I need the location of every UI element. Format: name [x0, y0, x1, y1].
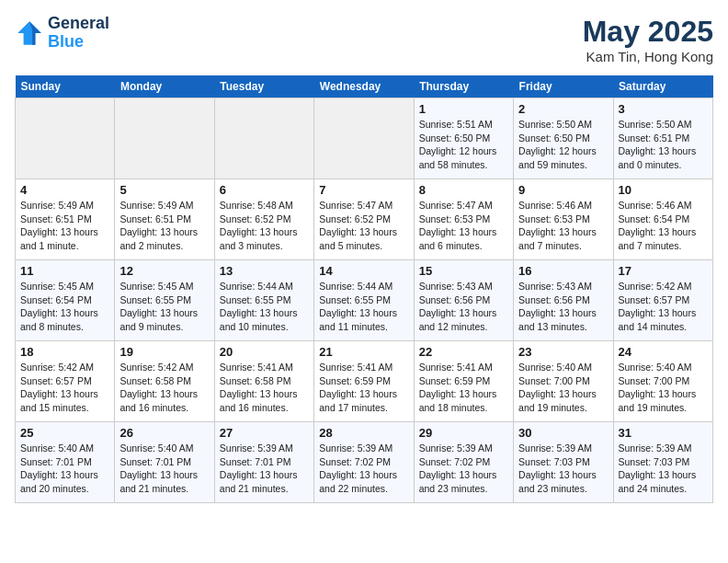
day-number: 2 [518, 102, 608, 116]
day-number: 19 [119, 345, 209, 359]
day-info: Sunrise: 5:44 AM Sunset: 6:55 PM Dayligh… [319, 280, 408, 334]
day-number: 10 [619, 183, 708, 197]
day-number: 14 [319, 264, 408, 278]
calendar-cell: 5Sunrise: 5:49 AM Sunset: 6:51 PM Daylig… [115, 179, 214, 260]
logo: General Blue [15, 15, 109, 52]
day-number: 1 [419, 102, 508, 116]
day-number: 15 [419, 264, 508, 278]
day-number: 9 [518, 183, 608, 197]
logo-text: General Blue [48, 15, 109, 52]
day-info: Sunrise: 5:45 AM Sunset: 6:54 PM Dayligh… [20, 280, 109, 334]
calendar-cell: 1Sunrise: 5:51 AM Sunset: 6:50 PM Daylig… [414, 98, 513, 179]
calendar-cell: 30Sunrise: 5:39 AM Sunset: 7:03 PM Dayli… [514, 422, 613, 503]
calendar-cell: 12Sunrise: 5:45 AM Sunset: 6:55 PM Dayli… [115, 260, 214, 341]
day-info: Sunrise: 5:39 AM Sunset: 7:03 PM Dayligh… [518, 442, 608, 496]
day-info: Sunrise: 5:39 AM Sunset: 7:02 PM Dayligh… [319, 442, 408, 496]
day-number: 11 [20, 264, 109, 278]
day-info: Sunrise: 5:41 AM Sunset: 6:59 PM Dayligh… [319, 361, 408, 415]
day-number: 12 [119, 264, 209, 278]
weekday-header-wednesday: Wednesday [314, 75, 414, 98]
calendar-cell: 4Sunrise: 5:49 AM Sunset: 6:51 PM Daylig… [16, 179, 115, 260]
calendar-cell: 24Sunrise: 5:40 AM Sunset: 7:00 PM Dayli… [613, 341, 712, 422]
day-number: 6 [220, 183, 309, 197]
calendar-cell: 21Sunrise: 5:41 AM Sunset: 6:59 PM Dayli… [314, 341, 414, 422]
calendar-cell [115, 98, 214, 179]
logo-line1: General [48, 15, 109, 33]
calendar-cell: 9Sunrise: 5:46 AM Sunset: 6:53 PM Daylig… [514, 179, 613, 260]
calendar-cell: 26Sunrise: 5:40 AM Sunset: 7:01 PM Dayli… [115, 422, 214, 503]
calendar-cell: 16Sunrise: 5:43 AM Sunset: 6:56 PM Dayli… [514, 260, 613, 341]
calendar-cell: 3Sunrise: 5:50 AM Sunset: 6:51 PM Daylig… [613, 98, 712, 179]
calendar-header: SundayMondayTuesdayWednesdayThursdayFrid… [16, 75, 713, 98]
day-info: Sunrise: 5:39 AM Sunset: 7:02 PM Dayligh… [419, 442, 508, 496]
weekday-row: SundayMondayTuesdayWednesdayThursdayFrid… [16, 75, 713, 98]
weekday-header-saturday: Saturday [613, 75, 712, 98]
logo-line2: Blue [48, 33, 109, 52]
day-info: Sunrise: 5:39 AM Sunset: 7:03 PM Dayligh… [619, 442, 708, 496]
day-info: Sunrise: 5:46 AM Sunset: 6:53 PM Dayligh… [518, 199, 608, 253]
month-title: May 2025 [583, 15, 713, 49]
day-info: Sunrise: 5:50 AM Sunset: 6:50 PM Dayligh… [518, 118, 608, 172]
calendar-week-5: 25Sunrise: 5:40 AM Sunset: 7:01 PM Dayli… [16, 422, 713, 503]
day-number: 30 [518, 426, 608, 440]
calendar-cell: 13Sunrise: 5:44 AM Sunset: 6:55 PM Dayli… [214, 260, 313, 341]
calendar-week-4: 18Sunrise: 5:42 AM Sunset: 6:57 PM Dayli… [16, 341, 713, 422]
weekday-header-thursday: Thursday [414, 75, 513, 98]
title-block: May 2025 Kam Tin, Hong Kong [583, 15, 713, 64]
weekday-header-friday: Friday [514, 75, 613, 98]
day-number: 3 [619, 102, 708, 116]
day-number: 25 [20, 426, 109, 440]
day-number: 16 [518, 264, 608, 278]
day-number: 4 [20, 183, 109, 197]
day-number: 24 [619, 345, 708, 359]
day-info: Sunrise: 5:47 AM Sunset: 6:52 PM Dayligh… [319, 199, 408, 253]
weekday-header-monday: Monday [115, 75, 214, 98]
calendar-week-2: 4Sunrise: 5:49 AM Sunset: 6:51 PM Daylig… [16, 179, 713, 260]
calendar-cell: 29Sunrise: 5:39 AM Sunset: 7:02 PM Dayli… [414, 422, 513, 503]
day-number: 13 [220, 264, 309, 278]
day-info: Sunrise: 5:41 AM Sunset: 6:59 PM Dayligh… [419, 361, 508, 415]
page-header: General Blue May 2025 Kam Tin, Hong Kong [15, 15, 713, 64]
day-info: Sunrise: 5:41 AM Sunset: 6:58 PM Dayligh… [220, 361, 309, 415]
calendar-cell [16, 98, 115, 179]
calendar-cell: 11Sunrise: 5:45 AM Sunset: 6:54 PM Dayli… [16, 260, 115, 341]
calendar-cell: 7Sunrise: 5:47 AM Sunset: 6:52 PM Daylig… [314, 179, 414, 260]
day-number: 29 [419, 426, 508, 440]
calendar-cell: 25Sunrise: 5:40 AM Sunset: 7:01 PM Dayli… [16, 422, 115, 503]
day-number: 23 [518, 345, 608, 359]
weekday-header-sunday: Sunday [16, 75, 115, 98]
day-number: 31 [619, 426, 708, 440]
calendar-cell: 15Sunrise: 5:43 AM Sunset: 6:56 PM Dayli… [414, 260, 513, 341]
calendar-cell: 19Sunrise: 5:42 AM Sunset: 6:58 PM Dayli… [115, 341, 214, 422]
calendar-cell: 18Sunrise: 5:42 AM Sunset: 6:57 PM Dayli… [16, 341, 115, 422]
calendar-cell: 2Sunrise: 5:50 AM Sunset: 6:50 PM Daylig… [514, 98, 613, 179]
day-number: 26 [119, 426, 209, 440]
day-info: Sunrise: 5:40 AM Sunset: 7:01 PM Dayligh… [20, 442, 109, 496]
day-info: Sunrise: 5:43 AM Sunset: 6:56 PM Dayligh… [419, 280, 508, 334]
calendar-cell: 6Sunrise: 5:48 AM Sunset: 6:52 PM Daylig… [214, 179, 313, 260]
calendar-cell: 8Sunrise: 5:47 AM Sunset: 6:53 PM Daylig… [414, 179, 513, 260]
logo-icon [15, 18, 44, 48]
day-info: Sunrise: 5:44 AM Sunset: 6:55 PM Dayligh… [220, 280, 309, 334]
day-info: Sunrise: 5:50 AM Sunset: 6:51 PM Dayligh… [619, 118, 708, 172]
day-number: 21 [319, 345, 408, 359]
calendar-cell: 31Sunrise: 5:39 AM Sunset: 7:03 PM Dayli… [613, 422, 712, 503]
calendar-week-1: 1Sunrise: 5:51 AM Sunset: 6:50 PM Daylig… [16, 98, 713, 179]
day-info: Sunrise: 5:42 AM Sunset: 6:57 PM Dayligh… [20, 361, 109, 415]
day-info: Sunrise: 5:46 AM Sunset: 6:54 PM Dayligh… [619, 199, 708, 253]
day-info: Sunrise: 5:48 AM Sunset: 6:52 PM Dayligh… [220, 199, 309, 253]
day-number: 8 [419, 183, 508, 197]
weekday-header-tuesday: Tuesday [214, 75, 313, 98]
day-info: Sunrise: 5:45 AM Sunset: 6:55 PM Dayligh… [119, 280, 209, 334]
day-info: Sunrise: 5:42 AM Sunset: 6:58 PM Dayligh… [119, 361, 209, 415]
calendar-cell: 23Sunrise: 5:40 AM Sunset: 7:00 PM Dayli… [514, 341, 613, 422]
day-info: Sunrise: 5:51 AM Sunset: 6:50 PM Dayligh… [419, 118, 508, 172]
day-info: Sunrise: 5:49 AM Sunset: 6:51 PM Dayligh… [20, 199, 109, 253]
day-number: 27 [220, 426, 309, 440]
day-number: 20 [220, 345, 309, 359]
calendar-cell: 10Sunrise: 5:46 AM Sunset: 6:54 PM Dayli… [613, 179, 712, 260]
calendar-body: 1Sunrise: 5:51 AM Sunset: 6:50 PM Daylig… [16, 98, 713, 503]
calendar-cell: 20Sunrise: 5:41 AM Sunset: 6:58 PM Dayli… [214, 341, 313, 422]
location: Kam Tin, Hong Kong [583, 49, 713, 64]
calendar-cell: 17Sunrise: 5:42 AM Sunset: 6:57 PM Dayli… [613, 260, 712, 341]
